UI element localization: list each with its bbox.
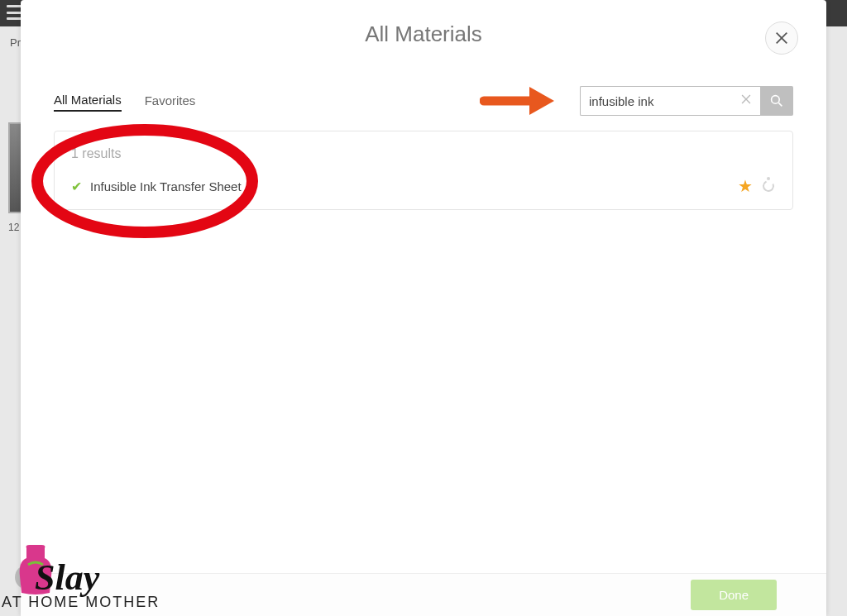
- search-container: [580, 86, 793, 116]
- result-row[interactable]: ✔ Infusible Ink Transfer Sheet ★: [55, 168, 792, 209]
- svg-marker-7: [529, 87, 554, 115]
- svg-point-4: [772, 96, 780, 104]
- bg-thumb-label: 12: [8, 222, 19, 233]
- checkmark-icon: ✔: [71, 179, 82, 194]
- search-input[interactable]: [580, 86, 760, 116]
- star-icon[interactable]: ★: [738, 176, 753, 196]
- materials-modal: All Materials All Materials Favorites 1 …: [21, 0, 826, 616]
- result-name: Infusible Ink Transfer Sheet: [90, 179, 738, 193]
- close-icon: [774, 31, 789, 45]
- cricut-icon: [761, 179, 776, 193]
- x-icon: [740, 93, 752, 105]
- search-button[interactable]: [760, 86, 793, 116]
- search-clear-button[interactable]: [740, 93, 752, 108]
- modal-footer: Done: [21, 573, 826, 616]
- tab-all-materials[interactable]: All Materials: [54, 93, 122, 112]
- modal-title: All Materials: [21, 0, 826, 47]
- done-button[interactable]: Done: [691, 580, 777, 610]
- svg-line-5: [778, 103, 782, 106]
- search-icon: [770, 94, 783, 107]
- tab-favorites[interactable]: Favorites: [145, 93, 196, 111]
- bg-partial-label: Pr: [10, 36, 21, 49]
- close-button[interactable]: [765, 21, 798, 55]
- results-count: 1 results: [55, 131, 792, 168]
- results-card: 1 results ✔ Infusible Ink Transfer Sheet…: [54, 131, 793, 210]
- annotation-arrow: [480, 83, 554, 127]
